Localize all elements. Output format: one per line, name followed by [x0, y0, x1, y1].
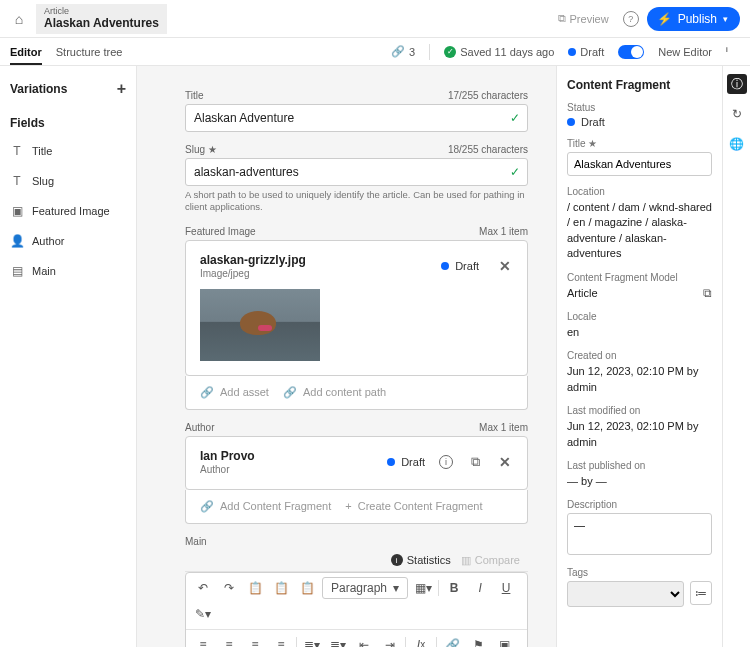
editor-canvas: Title17/255 characters ✓ Slug ★18/255 ch… — [137, 66, 556, 647]
asset-actions: Add asset Add content path — [185, 376, 528, 410]
title-input[interactable] — [185, 104, 528, 132]
title-counter: 17/255 characters — [448, 90, 528, 101]
bold-icon[interactable]: B — [443, 577, 465, 599]
align-left-icon[interactable]: ≡ — [192, 634, 214, 647]
paragraph-select[interactable]: Paragraph▾ — [322, 577, 408, 599]
bullet-list-icon[interactable]: ≣▾ — [301, 634, 323, 647]
field-item-featured-image[interactable]: ▣Featured Image — [8, 200, 128, 222]
statistics-button[interactable]: iStatistics — [391, 554, 451, 566]
new-editor-toggle[interactable] — [618, 45, 644, 59]
image-icon[interactable]: ▣ — [493, 634, 515, 647]
properties-panel: Content Fragment Status Draft Title ★ Lo… — [556, 66, 722, 647]
field-item-author[interactable]: 👤Author — [8, 230, 128, 252]
rich-text-editor: ↶ ↷ 📋 📋 📋 Paragraph▾ ▦▾ B I U ✎▾ ≡ ≡ ≡ — [185, 572, 528, 647]
status-dot-icon — [387, 458, 395, 466]
asset-thumbnail — [200, 289, 320, 361]
add-content-path-button[interactable]: Add content path — [283, 386, 386, 399]
links-count[interactable]: 3 — [391, 45, 415, 58]
tab-editor[interactable]: Editor — [10, 40, 42, 64]
asset-card[interactable]: alaskan-grizzly.jpg Image/jpeg Draft ✕ — [185, 240, 528, 376]
tab-structure[interactable]: Structure tree — [56, 40, 123, 64]
paste-icon[interactable]: 📋 — [244, 577, 266, 599]
add-content-fragment-button[interactable]: Add Content Fragment — [200, 500, 331, 513]
breadcrumb[interactable]: Article Alaskan Adventures — [36, 4, 167, 34]
author-card[interactable]: Ian Provo Author Draft i ⧉ ✕ — [185, 436, 528, 490]
valid-icon: ✓ — [510, 165, 520, 179]
indent-icon[interactable]: ⇥ — [379, 634, 401, 647]
preview-label: Preview — [570, 13, 609, 25]
italic-icon[interactable]: I — [469, 577, 491, 599]
variations-header: Variations + — [8, 76, 128, 102]
field-item-main[interactable]: ▤Main — [8, 260, 128, 282]
preview-button[interactable]: ⧉ Preview — [552, 8, 615, 29]
modified-label: Last modified on — [567, 405, 712, 416]
top-bar: ⌂ Article Alaskan Adventures ⧉ Preview ?… — [0, 0, 750, 38]
link-icon — [200, 386, 214, 399]
table-icon[interactable]: ▦▾ — [412, 577, 434, 599]
slug-input[interactable] — [185, 158, 528, 186]
status-label: Status — [567, 102, 712, 113]
title-prop-input[interactable] — [567, 152, 712, 176]
status-value: Draft — [567, 116, 712, 128]
redo-icon[interactable]: ↷ — [218, 577, 240, 599]
paste-text-icon[interactable]: 📋 — [270, 577, 292, 599]
author-actions: Add Content Fragment +Create Content Fra… — [185, 490, 528, 524]
link-icon[interactable]: 🔗 — [441, 634, 463, 647]
align-justify-icon[interactable]: ≡ — [270, 634, 292, 647]
fields-section-label: Fields — [8, 110, 128, 132]
number-list-icon[interactable]: ≣▾ — [327, 634, 349, 647]
info-icon[interactable]: i — [726, 45, 740, 59]
saved-status: ✓ Saved 11 days ago — [444, 46, 554, 58]
tags-browse-icon[interactable]: ≔ — [690, 581, 712, 605]
rail-globe-icon[interactable]: 🌐 — [727, 134, 747, 154]
add-asset-button[interactable]: Add asset — [200, 386, 269, 399]
publish-button[interactable]: ⚡ Publish ▾ — [647, 7, 740, 31]
open-model-icon[interactable]: ⧉ — [703, 286, 712, 300]
title-label: Title — [185, 90, 204, 101]
create-content-fragment-button[interactable]: +Create Content Fragment — [345, 500, 482, 512]
add-variation-icon[interactable]: + — [117, 80, 126, 98]
published-value: — by — — [567, 474, 712, 489]
created-value: Jun 12, 2023, 02:10 PM by admin — [567, 364, 712, 395]
author-icon: 👤 — [10, 234, 24, 248]
new-editor-label: New Editor — [658, 46, 712, 58]
text-color-icon[interactable]: ✎▾ — [192, 603, 214, 625]
clear-format-icon[interactable]: Ix — [410, 634, 432, 647]
slug-label: Slug ★ — [185, 144, 217, 155]
link-icon — [200, 500, 214, 513]
home-icon[interactable]: ⌂ — [10, 11, 28, 27]
anchor-icon[interactable]: ⚑ — [467, 634, 489, 647]
info-icon: i — [391, 554, 403, 566]
published-label: Last published on — [567, 460, 712, 471]
align-center-icon[interactable]: ≡ — [218, 634, 240, 647]
rail-history-icon[interactable]: ↻ — [727, 104, 747, 124]
undo-icon[interactable]: ↶ — [192, 577, 214, 599]
outdent-icon[interactable]: ⇤ — [353, 634, 375, 647]
info-icon[interactable]: i — [439, 455, 453, 469]
author-label: Author — [185, 422, 214, 433]
rail-properties-icon[interactable]: ⓘ — [727, 74, 747, 94]
open-icon[interactable]: ⧉ — [467, 454, 483, 470]
field-main: Main iStatistics ▥Compare ↶ ↷ 📋 📋 📋 Para… — [185, 536, 528, 647]
remove-asset-icon[interactable]: ✕ — [497, 258, 513, 274]
underline-icon[interactable]: U — [495, 577, 517, 599]
text-icon: T — [10, 174, 24, 188]
help-icon[interactable]: ? — [623, 11, 639, 27]
publish-label: Publish — [678, 12, 717, 26]
asset-filename: alaskan-grizzly.jpg — [200, 253, 306, 267]
chevron-down-icon: ▾ — [393, 581, 399, 595]
open-external-icon: ⧉ — [558, 12, 566, 25]
field-item-title[interactable]: TTitle — [8, 140, 128, 162]
paste-word-icon[interactable]: 📋 — [296, 577, 318, 599]
remove-author-icon[interactable]: ✕ — [497, 454, 513, 470]
description-input[interactable]: — — [567, 513, 712, 555]
align-right-icon[interactable]: ≡ — [244, 634, 266, 647]
author-status: Draft — [387, 456, 425, 468]
tags-select[interactable] — [567, 581, 684, 607]
locale-value: en — [567, 325, 712, 340]
title-prop-label: Title ★ — [567, 138, 712, 149]
variations-label: Variations — [10, 82, 67, 96]
breadcrumb-title: Alaskan Adventures — [44, 16, 159, 30]
field-item-slug[interactable]: TSlug — [8, 170, 128, 192]
plus-icon: + — [345, 500, 351, 512]
